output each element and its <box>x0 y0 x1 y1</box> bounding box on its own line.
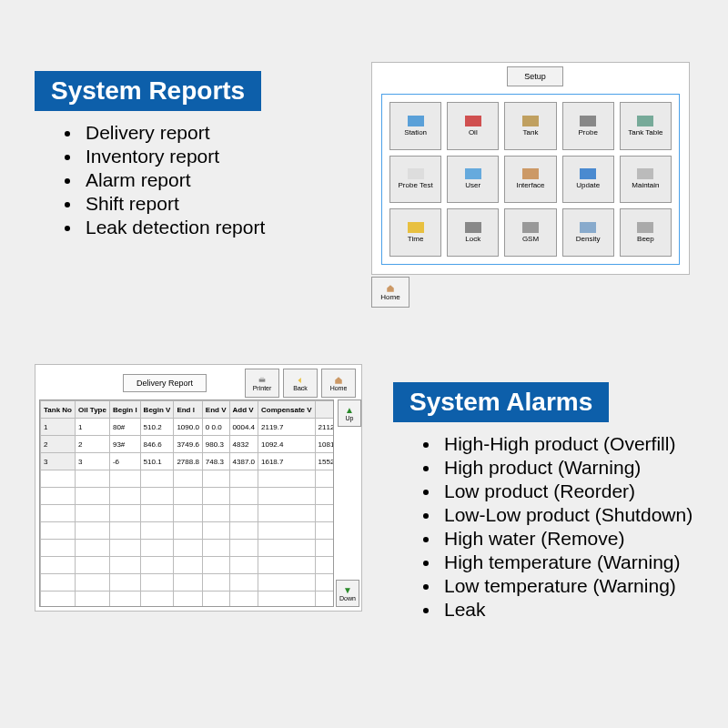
setup-density-button[interactable]: Density <box>562 208 614 257</box>
report-panel: Delivery Report Printer Back Home Tank N… <box>35 364 362 612</box>
down-arrow-icon: ▼ <box>343 586 352 595</box>
col-header: Oil Type <box>75 401 109 419</box>
setup-probe-button[interactable]: Probe <box>562 102 614 150</box>
report-table-wrap: Tank NoOil TypeBegin lBegin VEnd lEnd VA… <box>39 399 334 607</box>
col-header: Compensate V <box>258 401 316 419</box>
setup-icon <box>408 116 424 126</box>
table-row: 1180#510.21090.00 0.00004.42119.72112.22… <box>41 419 335 436</box>
col-header: Begin l <box>109 401 140 419</box>
list-item: Alarm report <box>82 169 344 191</box>
list-item: High product (Warning) <box>440 457 703 479</box>
setup-icon <box>522 222 539 233</box>
list-item: High temperature (Warning) <box>440 551 703 573</box>
home-button[interactable]: Home <box>371 277 410 308</box>
setup-beep-button[interactable]: Beep <box>620 208 672 257</box>
back-button[interactable]: Back <box>283 369 318 398</box>
setup-time-button[interactable]: Time <box>389 208 441 257</box>
up-button[interactable]: ▲ Up <box>338 399 361 427</box>
setup-interface-button[interactable]: Interface <box>504 156 556 204</box>
setup-icon <box>522 168 539 179</box>
setup-icon <box>580 116 596 126</box>
svg-rect-0 <box>259 379 266 381</box>
setup-icon <box>465 168 481 179</box>
setup-icon <box>522 116 539 126</box>
table-row: 33-6510.12788.8748.34387.01618.71552.723 <box>41 453 335 470</box>
setup-tank-table-button[interactable]: Tank Table <box>620 102 672 150</box>
setup-icon <box>465 116 481 126</box>
svg-rect-1 <box>260 377 264 379</box>
report-title: Delivery Report <box>123 374 207 392</box>
setup-gsm-button[interactable]: GSM <box>504 208 556 257</box>
list-item: High-High product (Overfill) <box>440 433 703 455</box>
reports-list: Delivery reportInventory reportAlarm rep… <box>56 122 344 238</box>
setup-icon <box>637 168 653 179</box>
setup-icon <box>580 168 596 179</box>
setup-station-button[interactable]: Station <box>389 102 441 150</box>
list-item: Low temperature (Warning) <box>440 575 703 597</box>
setup-icon <box>408 222 424 233</box>
col-header: Begin V <box>140 401 174 419</box>
alarms-heading: System Alarms <box>393 382 609 422</box>
setup-icon <box>637 116 653 126</box>
setup-probe-test-button[interactable]: Probe Test <box>389 156 441 204</box>
col-header <box>315 401 334 419</box>
list-item: Low-Low product (Shutdown) <box>440 504 703 526</box>
reports-heading: System Reports <box>35 71 261 111</box>
setup-panel: Setup StationOilTankProbeTank TableProbe… <box>371 62 690 275</box>
down-button[interactable]: ▼ Down <box>336 580 359 607</box>
setup-user-button[interactable]: User <box>447 156 499 204</box>
setup-lock-button[interactable]: Lock <box>447 208 499 257</box>
list-item: Delivery report <box>82 122 344 144</box>
setup-icon <box>465 222 481 233</box>
up-arrow-icon: ▲ <box>345 406 354 415</box>
home-icon <box>332 376 345 385</box>
printer-button[interactable]: Printer <box>245 369 279 398</box>
list-item: High water (Remove) <box>440 528 703 550</box>
home-label: Home <box>380 293 399 301</box>
printer-icon <box>256 376 268 385</box>
setup-grid: StationOilTankProbeTank TableProbe TestU… <box>381 94 680 265</box>
setup-icon <box>637 222 653 233</box>
setup-tank-button[interactable]: Tank <box>504 102 556 150</box>
col-header: End V <box>202 401 229 419</box>
list-item: Shift report <box>82 193 344 215</box>
setup-title-button[interactable]: Setup <box>507 66 563 86</box>
home-button-2[interactable]: Home <box>321 369 356 398</box>
setup-icon <box>408 168 424 179</box>
back-icon <box>294 376 307 385</box>
setup-icon <box>580 222 596 233</box>
list-item: Low product (Reorder) <box>440 480 703 502</box>
setup-maintain-button[interactable]: Maintain <box>620 156 672 204</box>
list-item: Leak <box>440 599 703 621</box>
col-header: End l <box>174 401 202 419</box>
setup-update-button[interactable]: Update <box>562 156 614 204</box>
table-row: 2293#846.63749.6980.348321092.41081.29 <box>41 436 335 453</box>
report-table: Tank NoOil TypeBegin lBegin VEnd lEnd VA… <box>40 400 334 607</box>
list-item: Leak detection report <box>82 217 344 238</box>
col-header: Add V <box>229 401 258 419</box>
col-header: Tank No <box>41 401 76 419</box>
home-icon <box>384 284 397 293</box>
list-item: Inventory report <box>82 146 344 167</box>
alarms-list: High-High product (Overfill)High product… <box>415 433 703 621</box>
setup-oil-button[interactable]: Oil <box>447 102 499 150</box>
